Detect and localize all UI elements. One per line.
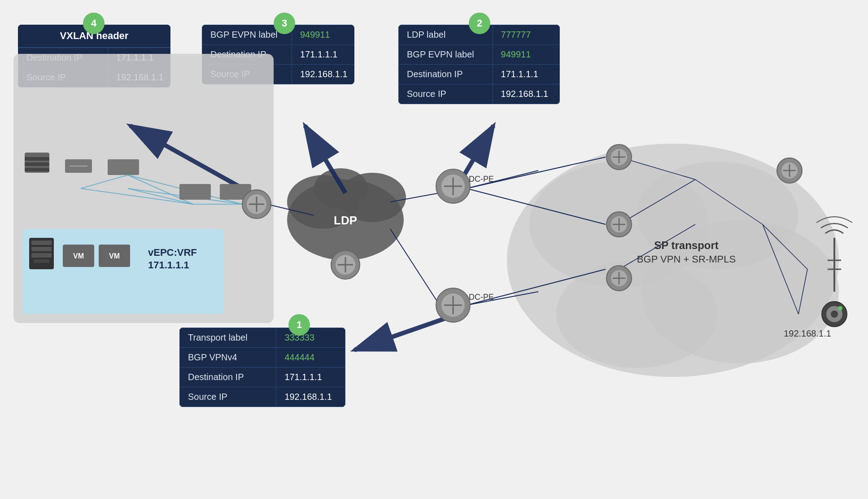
svg-line-21 bbox=[390, 229, 440, 305]
label-dest-ip-2: Destination IP bbox=[399, 65, 493, 84]
svg-point-82 bbox=[838, 306, 842, 311]
label-dest-ip-1: Destination IP bbox=[180, 368, 276, 387]
label-bgp-vpnv4: BGP VPNv4 bbox=[180, 348, 276, 368]
svg-line-13 bbox=[128, 188, 193, 204]
value-src-ip-1: 192.168.1.1 bbox=[276, 387, 345, 407]
svg-rect-90 bbox=[31, 253, 52, 258]
svg-rect-47 bbox=[220, 184, 251, 200]
svg-line-35 bbox=[130, 126, 267, 202]
svg-line-22 bbox=[467, 171, 538, 188]
svg-point-61 bbox=[441, 293, 465, 317]
svg-point-60 bbox=[436, 288, 470, 322]
label-bgp-evpn-2: BGP EVPN label bbox=[399, 45, 493, 65]
value-src-ip-3: 192.168.1.1 bbox=[292, 65, 355, 84]
label-dest-ip-3: Destination IP bbox=[202, 45, 292, 65]
svg-point-57 bbox=[441, 175, 465, 198]
svg-line-17 bbox=[128, 175, 242, 204]
table-row: Transport label 333333 bbox=[180, 328, 345, 348]
svg-point-56 bbox=[436, 169, 470, 203]
svg-line-38 bbox=[354, 314, 458, 350]
svg-text:vEPC:VRF: vEPC:VRF bbox=[148, 247, 197, 258]
svg-rect-1 bbox=[22, 229, 224, 314]
svg-line-30 bbox=[695, 179, 763, 224]
svg-text:DC-PE: DC-PE bbox=[469, 293, 494, 302]
svg-point-5 bbox=[641, 220, 839, 363]
value-dest-ip-3: 171.1.1.1 bbox=[292, 45, 355, 65]
svg-line-16 bbox=[128, 175, 193, 204]
label-transport: Transport label bbox=[180, 328, 276, 348]
label-src-ip: Source IP bbox=[18, 68, 108, 88]
badge-4: 4 bbox=[83, 13, 105, 34]
svg-point-83 bbox=[777, 158, 802, 183]
svg-point-2 bbox=[507, 144, 839, 377]
value-bgp-vpnv4: 444444 bbox=[276, 348, 345, 368]
svg-text:VM: VM bbox=[109, 252, 120, 260]
svg-point-64 bbox=[606, 144, 632, 170]
svg-point-6 bbox=[556, 260, 718, 368]
value-ldp: 777777 bbox=[493, 25, 559, 45]
svg-text:BGP VPN + SR-MPLS: BGP VPN + SR-MPLS bbox=[637, 254, 736, 265]
svg-text:VM: VM bbox=[73, 252, 84, 260]
value-transport: 333333 bbox=[276, 328, 345, 348]
table-row: BGP VPNv4 444444 bbox=[180, 348, 345, 368]
svg-line-12 bbox=[128, 188, 242, 204]
table-row: Destination IP 171.1.1.1 bbox=[18, 48, 171, 68]
svg-point-9 bbox=[339, 173, 406, 222]
svg-rect-43 bbox=[65, 159, 92, 173]
svg-text:192.168.1.1: 192.168.1.1 bbox=[784, 328, 831, 338]
label-src-ip-1: Source IP bbox=[180, 387, 276, 407]
label-src-ip-3: Source IP bbox=[202, 65, 292, 84]
badge-2: 2 bbox=[469, 13, 490, 34]
svg-rect-39 bbox=[25, 153, 49, 173]
svg-rect-42 bbox=[25, 168, 49, 171]
table-transport: Transport label 333333 BGP VPNv4 444444 … bbox=[179, 328, 345, 407]
svg-point-79 bbox=[822, 302, 847, 327]
svg-rect-92 bbox=[63, 245, 94, 267]
svg-point-72 bbox=[606, 266, 632, 291]
svg-rect-91 bbox=[34, 259, 49, 263]
svg-line-28 bbox=[619, 179, 695, 224]
table-row: BGP EVPN label 949911 bbox=[399, 45, 560, 65]
value-dest-ip-1: 171.1.1.1 bbox=[276, 368, 345, 387]
svg-point-80 bbox=[826, 306, 842, 322]
svg-text:LDP: LDP bbox=[334, 214, 357, 227]
svg-line-14 bbox=[81, 188, 193, 204]
svg-line-24 bbox=[467, 157, 606, 188]
svg-line-23 bbox=[467, 188, 606, 224]
value-bgp-evpn: 949911 bbox=[292, 25, 355, 45]
svg-point-84 bbox=[781, 162, 798, 179]
svg-text:SP transport: SP transport bbox=[654, 239, 719, 251]
svg-line-33 bbox=[798, 269, 807, 314]
svg-point-8 bbox=[287, 175, 359, 229]
table-row: Destination IP 171.1.1.1 bbox=[399, 65, 560, 84]
svg-point-53 bbox=[336, 255, 355, 275]
svg-line-37 bbox=[458, 126, 493, 186]
svg-point-69 bbox=[611, 216, 627, 232]
svg-point-3 bbox=[529, 162, 709, 287]
svg-rect-87 bbox=[29, 238, 54, 269]
svg-line-36 bbox=[305, 126, 345, 193]
svg-line-32 bbox=[763, 224, 798, 314]
svg-rect-40 bbox=[25, 157, 49, 161]
svg-line-27 bbox=[619, 157, 695, 179]
svg-rect-89 bbox=[31, 247, 52, 251]
svg-point-65 bbox=[611, 149, 627, 165]
svg-point-52 bbox=[331, 250, 360, 279]
svg-rect-41 bbox=[25, 162, 49, 166]
svg-point-73 bbox=[611, 270, 627, 286]
value-dest-ip: 171.1.1.1 bbox=[108, 48, 171, 68]
svg-point-49 bbox=[247, 194, 266, 214]
table-row: Source IP 192.168.1.1 bbox=[18, 68, 171, 88]
table-ldp: LDP label 777777 BGP EVPN label 949911 D… bbox=[398, 25, 560, 104]
table-bgp-evpn: BGP EVPN label 949911 Destination IP 171… bbox=[202, 25, 354, 84]
svg-line-29 bbox=[619, 224, 695, 269]
table-row: Source IP 192.168.1.1 bbox=[180, 387, 345, 407]
svg-line-25 bbox=[467, 292, 538, 305]
value-src-ip: 192.168.1.1 bbox=[108, 68, 171, 88]
svg-rect-46 bbox=[179, 184, 211, 200]
badge-1: 1 bbox=[288, 314, 310, 336]
value-bgp-evpn-2: 949911 bbox=[493, 45, 559, 65]
table-row: Source IP 192.168.1.1 bbox=[202, 65, 355, 84]
svg-line-20 bbox=[390, 193, 440, 202]
svg-point-7 bbox=[287, 179, 404, 260]
